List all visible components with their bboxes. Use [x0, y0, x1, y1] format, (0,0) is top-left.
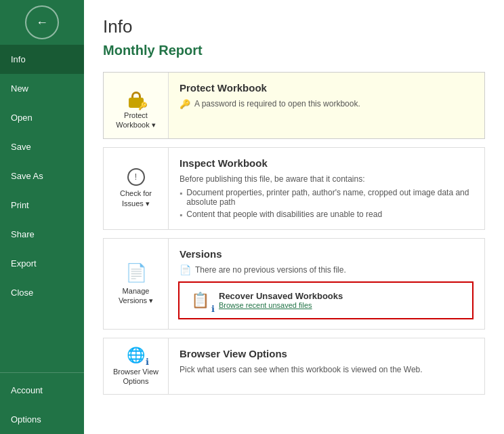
sidebar-divider	[0, 372, 84, 373]
sidebar-item-export[interactable]: Export	[0, 249, 84, 278]
browser-view-desc: Pick what users can see when this workbo…	[180, 363, 474, 376]
manage-versions-button[interactable]: 📄 ManageVersions ▾	[104, 239, 169, 329]
doc-title: Monthly Report	[103, 43, 485, 58]
sidebar-item-options[interactable]: Options	[0, 405, 84, 434]
check-for-issues-button[interactable]: ! Check forIssues ▾	[104, 148, 169, 229]
recover-icon: 📋 ℹ	[188, 288, 212, 313]
versions-title: Versions	[180, 248, 474, 260]
protect-workbook-content: Protect Workbook 🔑 A password is require…	[169, 73, 484, 138]
sidebar-item-account[interactable]: Account	[0, 376, 84, 405]
inspect-workbook-card: ! Check forIssues ▾ Inspect Workbook Bef…	[103, 147, 485, 230]
sidebar-item-print[interactable]: Print	[0, 191, 84, 220]
versions-card: 📄 ManageVersions ▾ Versions 📄 There are …	[103, 238, 485, 330]
protect-workbook-label: ProtectWorkbook ▾	[116, 111, 155, 130]
sidebar: ← Info New Open Save Save As Print Share…	[0, 0, 84, 434]
manage-versions-icon: 📄	[125, 262, 147, 283]
browser-view-content: Browser View Options Pick what users can…	[169, 338, 484, 395]
back-button[interactable]: ←	[25, 5, 59, 39]
protect-workbook-card: 🔑 ProtectWorkbook ▾ Protect Workbook 🔑 A…	[103, 72, 485, 139]
browser-view-title: Browser View Options	[180, 348, 474, 359]
protect-workbook-title: Protect Workbook	[180, 82, 474, 94]
inspect-bullet-2: Content that people with disabilities ar…	[180, 210, 474, 220]
sidebar-item-save-as[interactable]: Save As	[0, 161, 84, 191]
sidebar-item-new[interactable]: New	[0, 74, 84, 103]
inspect-workbook-title: Inspect Workbook	[180, 157, 474, 169]
sidebar-item-save[interactable]: Save	[0, 132, 84, 161]
protect-workbook-desc: A password is required to open this work…	[194, 98, 360, 110]
page-title: Info	[103, 16, 485, 37]
sidebar-bottom: Account Options	[0, 370, 84, 434]
sidebar-item-share[interactable]: Share	[0, 220, 84, 249]
main-content: Info Monthly Report 🔑 ProtectWorkbook ▾ …	[84, 0, 504, 434]
inspect-workbook-desc: Before publishing this file, be aware th…	[180, 173, 474, 185]
protect-badge-icon: 🔑	[180, 99, 190, 109]
sidebar-item-info[interactable]: Info	[0, 45, 84, 74]
versions-content: Versions 📄 There are no previous version…	[169, 239, 484, 329]
lock-icon: 🔑	[129, 81, 144, 108]
inspect-workbook-content: Inspect Workbook Before publishing this …	[169, 148, 484, 229]
inspect-bullet-1: Document properties, printer path, autho…	[180, 188, 474, 207]
check-issues-label: Check forIssues ▾	[120, 189, 152, 208]
manage-versions-label: ManageVersions ▾	[119, 286, 153, 306]
recover-text: Recover Unsaved Workbooks Browse recent …	[219, 291, 343, 309]
versions-desc: There are no previous versions of this f…	[195, 264, 346, 276]
browser-overlay-icon: ℹ	[146, 357, 149, 367]
recover-desc[interactable]: Browse recent unsaved files	[219, 301, 343, 309]
browser-view-icon: 🌐 ℹ	[127, 347, 145, 364]
protect-workbook-button[interactable]: 🔑 ProtectWorkbook ▾	[104, 73, 169, 138]
check-issues-icon: !	[127, 168, 145, 186]
browser-view-label: Browser ViewOptions	[113, 367, 159, 387]
browser-view-card: 🌐 ℹ Browser ViewOptions Browser View Opt…	[103, 338, 485, 395]
browser-view-button[interactable]: 🌐 ℹ Browser ViewOptions	[104, 338, 169, 395]
sidebar-item-close[interactable]: Close	[0, 278, 84, 307]
recover-title: Recover Unsaved Workbooks	[219, 291, 343, 301]
versions-file-icon: 📄	[180, 264, 191, 275]
sidebar-item-open[interactable]: Open	[0, 103, 84, 132]
recover-unsaved-button[interactable]: 📋 ℹ Recover Unsaved Workbooks Browse rec…	[178, 281, 474, 319]
